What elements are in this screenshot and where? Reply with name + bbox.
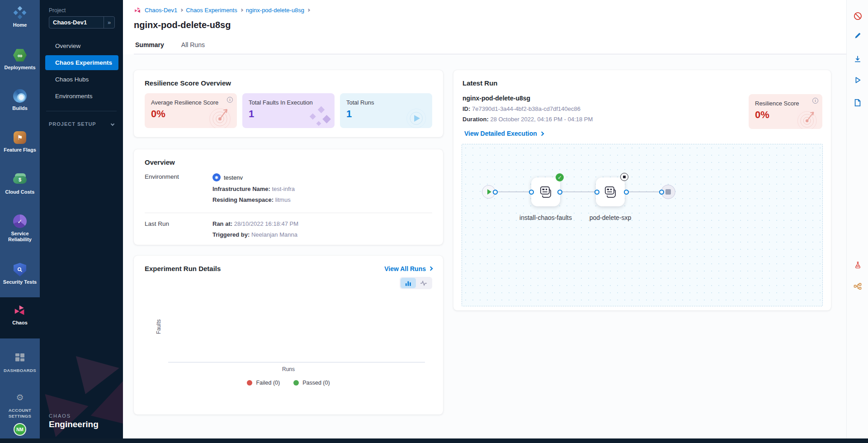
sidebar-item-label: Deployments: [0, 65, 40, 71]
view-detailed-execution-link[interactable]: View Detailed Execution: [464, 130, 822, 137]
chevron-down-icon: [111, 122, 114, 126]
view-all-runs-link[interactable]: View All Runs: [384, 265, 432, 272]
download-icon[interactable]: [853, 54, 862, 63]
project-label: Project: [49, 7, 123, 14]
page-header: Chaos-Dev1 Chaos Experiments nginx-pod-d…: [123, 0, 846, 54]
duration-value: 28 October 2022, 04:16 PM - 04:18 PM: [490, 116, 593, 123]
step-group-icon: [538, 184, 553, 200]
chart-x-axis: [168, 362, 425, 362]
sidebar-item-home[interactable]: Home: [0, 5, 40, 28]
pipeline-connector: [627, 191, 662, 192]
flask-icon[interactable]: [853, 260, 862, 269]
tab-all-runs[interactable]: All Runs: [180, 38, 206, 54]
sidebar-item-account-settings[interactable]: ⚙ ACCOUNT SETTINGS: [0, 391, 40, 419]
sidebar-item-deployments[interactable]: ∞ Deployments: [0, 48, 40, 71]
sidebar-item-security-tests[interactable]: Security Tests: [0, 262, 40, 285]
infrastructure-label: Infrastructure Name:: [212, 186, 270, 192]
line-chart-toggle-icon[interactable]: [416, 278, 431, 288]
run-id-label: ID:: [462, 105, 470, 112]
pipeline-connector: [496, 191, 532, 192]
legend-passed: Passed (0): [293, 380, 330, 386]
pipeline-hierarchy-icon[interactable]: [853, 282, 862, 291]
chevron-right-icon: [539, 131, 544, 136]
sidebar-item-service-reliability[interactable]: ✓ Service Reliability: [0, 214, 40, 243]
connector-dot[interactable]: [624, 190, 629, 195]
content: Resilience Score Overview i Average Resi…: [123, 54, 846, 414]
avatar[interactable]: NM: [14, 423, 26, 436]
bar-chart-toggle-icon[interactable]: [401, 278, 416, 288]
sidebar-item-feature-flags[interactable]: ⚑ Feature Flags: [0, 130, 40, 153]
section-title: Resilience Score Overview: [145, 79, 432, 87]
chaos-icon: [13, 303, 27, 318]
stat-value: 1: [346, 108, 426, 120]
sidebar-item-builds[interactable]: Builds: [0, 89, 40, 111]
project-sidebar: Project Chaos-Dev1 » Overview Chaos Expe…: [40, 0, 123, 438]
sidebar-item-chaos-experiments[interactable]: Chaos Experiments: [45, 55, 118, 70]
builds-icon: [13, 89, 27, 103]
chevron-right-icon: [180, 9, 183, 12]
sidebar-item-overview[interactable]: Overview: [45, 38, 118, 53]
success-check-icon: ✓: [556, 173, 564, 181]
sidebar-item-chaos-hubs[interactable]: Chaos Hubs: [45, 72, 118, 87]
experiment-run-details-card: Experiment Run Details View All Runs: [134, 256, 443, 414]
expand-project-icon[interactable]: »: [104, 17, 114, 28]
stat-average-resilience-score: i Average Resilience Score 0%: [145, 93, 237, 128]
run-id-value: 7e7390d1-3a44-4bf2-b38a-cd7df140ec86: [472, 105, 580, 112]
divider: [145, 213, 432, 213]
connector-dot[interactable]: [529, 190, 534, 195]
horizontal-scrollbar[interactable]: [0, 438, 868, 443]
report-file-icon[interactable]: [853, 98, 862, 107]
connector-dot[interactable]: [557, 190, 562, 195]
legend-label: Passed (0): [302, 380, 330, 386]
connector-dot[interactable]: [659, 190, 664, 195]
pipeline-node-pod-delete[interactable]: [596, 177, 625, 206]
gear-icon: ⚙: [13, 391, 27, 405]
sidebar-item-label: Service Reliability: [0, 231, 40, 243]
breadcrumb-experiment[interactable]: nginx-pod-delete-u8sg: [246, 7, 304, 14]
infrastructure-value: test-infra: [272, 186, 295, 192]
chevron-right-icon: [240, 9, 243, 12]
triggered-by-value: Neelanjan Manna: [251, 231, 297, 238]
overview-card: Overview Environment ✱ testenv Infrastru…: [134, 149, 443, 245]
last-run-row: Last Run Ran at: 28/10/2022 16:18:47 PM …: [145, 220, 432, 242]
security-tests-icon: [13, 262, 27, 277]
sidebar-item-label: Feature Flags: [0, 147, 40, 153]
pipeline-node-install-chaos-faults[interactable]: [531, 177, 560, 206]
user-avatar-wrap[interactable]: NM: [0, 423, 40, 436]
cloud-costs-icon: $: [13, 172, 27, 187]
chevron-right-icon: [429, 267, 433, 271]
edit-icon[interactable]: [853, 31, 862, 40]
view-detailed-execution-label: View Detailed Execution: [464, 130, 537, 137]
page-title: nginx-pod-delete-u8sg: [134, 20, 846, 30]
run-experiment-icon[interactable]: [853, 76, 862, 85]
section-title: Overview: [145, 158, 432, 166]
project-setup-toggle[interactable]: PROJECT SETUP: [49, 121, 114, 127]
resilience-score-overview-card: Resilience Score Overview i Average Resi…: [134, 70, 443, 137]
sidebar-item-environments[interactable]: Environments: [45, 89, 118, 104]
brand: CHAOS Engineering: [49, 413, 99, 429]
pipeline-canvas[interactable]: ✓: [462, 144, 823, 306]
sidebar-item-cloud-costs[interactable]: $ Cloud Costs: [0, 172, 40, 195]
main-area: Chaos-Dev1 Chaos Experiments nginx-pod-d…: [123, 0, 846, 438]
stop-icon: [665, 189, 671, 195]
project-selector[interactable]: Chaos-Dev1 »: [49, 16, 115, 29]
tab-summary[interactable]: Summary: [134, 38, 165, 54]
stat-value: 1: [249, 108, 328, 120]
score-value: 0%: [755, 109, 816, 121]
connector-dot[interactable]: [493, 190, 498, 195]
breadcrumb-chaos-experiments[interactable]: Chaos Experiments: [186, 7, 237, 14]
sidebar-item-chaos[interactable]: Chaos: [0, 303, 40, 326]
connector-dot[interactable]: [594, 190, 599, 195]
module-rail: Home ∞ Deployments Builds ⚑ Feature Flag…: [0, 0, 40, 438]
disable-icon[interactable]: [853, 11, 862, 20]
step-group-icon: [603, 184, 618, 200]
chart-x-label: Runs: [145, 366, 432, 372]
app-window: Home ∞ Deployments Builds ⚑ Feature Flag…: [0, 0, 868, 443]
breadcrumb-project[interactable]: Chaos-Dev1: [145, 7, 177, 14]
sidebar-item-dashboards[interactable]: DASHBOARDS: [0, 351, 40, 373]
tab-bar: Summary All Runs: [134, 38, 846, 54]
info-icon[interactable]: i: [812, 98, 818, 104]
node-label: install-chaos-faults: [516, 213, 575, 223]
info-icon[interactable]: i: [227, 97, 233, 103]
project-menu: Overview Chaos Experiments Chaos Hubs En…: [40, 38, 123, 104]
